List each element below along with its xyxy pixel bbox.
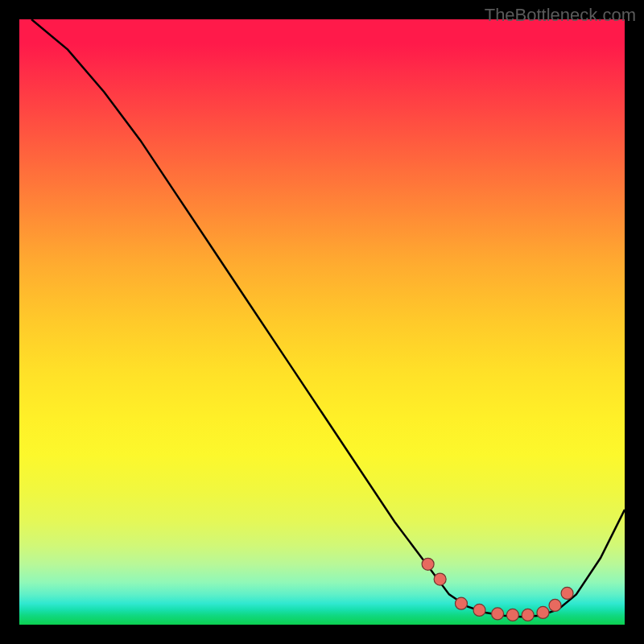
highlight-dot-icon	[506, 609, 518, 621]
highlight-dot-icon	[422, 558, 434, 570]
plot-area	[19, 19, 625, 625]
highlight-dot-icon	[434, 573, 446, 585]
highlight-dot-icon	[492, 608, 504, 620]
highlight-dot-icon	[537, 606, 549, 618]
bottleneck-curve-line	[31, 19, 625, 617]
watermark-text: TheBottleneck.com	[485, 5, 636, 26]
highlight-dot-icon	[522, 609, 534, 621]
chart-svg	[19, 19, 625, 625]
highlight-dot-icon	[549, 599, 561, 611]
highlight-dot-icon	[561, 587, 573, 599]
highlight-dot-icon	[473, 604, 485, 616]
highlight-dot-icon	[455, 597, 467, 609]
